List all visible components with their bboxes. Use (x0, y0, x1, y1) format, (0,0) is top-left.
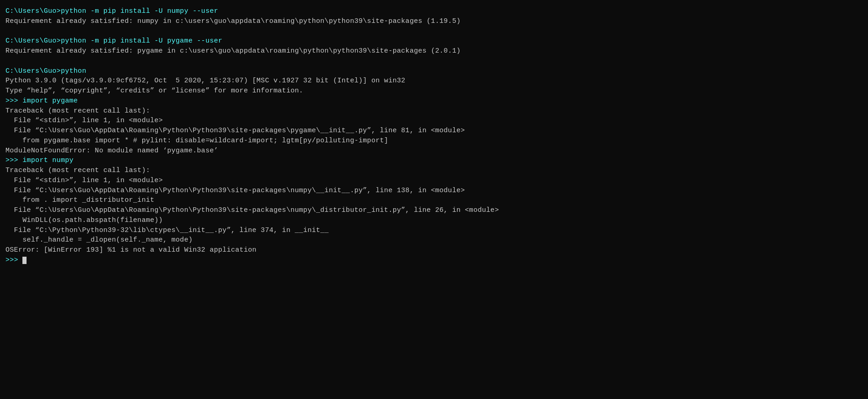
terminal-line-6: C:\Users\Guo>python (5, 66, 863, 76)
terminal-line-22: File “C:\Python\Python39-32\lib\ctypes\_… (5, 226, 863, 236)
terminal-line-4: Requirement already satisfied: pygame in… (5, 46, 863, 56)
terminal-window: C:\Users\Guo>python -m pip install -U nu… (2, 4, 866, 399)
terminal-line-5 (5, 56, 863, 66)
terminal-line-14: ModuleNotFoundError: No module named ‘py… (5, 146, 863, 156)
terminal-line-20: File “C:\Users\Guo\AppData\Roaming\Pytho… (5, 205, 863, 216)
terminal-cursor (22, 257, 27, 264)
terminal-line-8: Type “help”, “copyright”, “credits” or “… (5, 86, 863, 96)
terminal-line-21: WinDLL(os.path.abspath(filename)) (5, 216, 863, 226)
terminal-line-19: from . import _distributor_init (5, 195, 863, 205)
terminal-line-9: >>> import pygame (5, 96, 863, 106)
terminal-line-0: C:\Users\Guo>python -m pip install -U nu… (5, 6, 863, 16)
terminal-line-10: Traceback (most recent call last): (5, 106, 863, 116)
terminal-line-18: File “C:\Users\Guo\AppData\Roaming\Pytho… (5, 186, 863, 196)
terminal-line-12: File “C:\Users\Guo\AppData\Roaming\Pytho… (5, 126, 863, 136)
terminal-line-2 (5, 27, 863, 37)
terminal-line-24: OSError: [WinError 193] %1 is not a vali… (5, 245, 863, 255)
terminal-line-11: File “<stdin>”, line 1, in <module> (5, 116, 863, 126)
terminal-line-3: C:\Users\Guo>python -m pip install -U py… (5, 36, 863, 46)
terminal-line-15: >>> import numpy (5, 156, 863, 166)
terminal-line-23: self._handle = _dlopen(self._name, mode) (5, 235, 863, 245)
terminal-line-13: from pygame.base import * # pylint: disa… (5, 136, 863, 146)
terminal-line-1: Requirement already satisfied: numpy in … (5, 16, 863, 27)
terminal-line-16: Traceback (most recent call last): (5, 166, 863, 176)
terminal-line-25: >>> (5, 255, 863, 265)
terminal-line-17: File “<stdin>”, line 1, in <module> (5, 176, 863, 186)
terminal-line-7: Python 3.9.0 (tags/v3.9.0:9cf6752, Oct 5… (5, 76, 863, 86)
